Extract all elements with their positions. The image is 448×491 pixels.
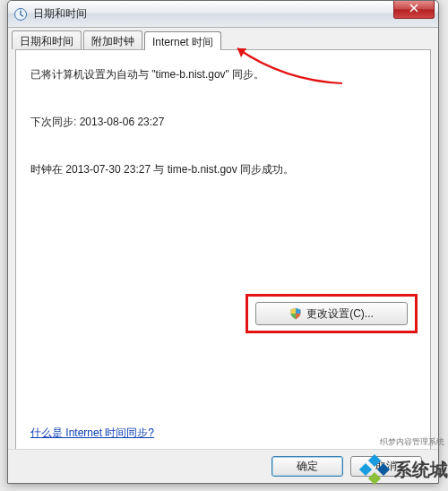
tabstrip: 日期和时间 附加时钟 Internet 时间	[12, 30, 223, 49]
cancel-button[interactable]: 取消	[350, 456, 422, 477]
change-settings-label: 更改设置(C)...	[306, 306, 374, 322]
date-time-dialog: 日期和时间 日期和时间 附加时钟 Internet 时间 已将计算机设置为自动与…	[7, 0, 439, 484]
tab-label: Internet 时间	[152, 36, 213, 48]
window-controls	[393, 1, 438, 19]
tab-label: 附加时钟	[91, 35, 134, 47]
tab-label: 日期和时间	[20, 35, 73, 47]
titlebar[interactable]: 日期和时间	[8, 1, 438, 28]
tab-additional-clocks[interactable]: 附加时钟	[83, 30, 142, 49]
window-title: 日期和时间	[33, 6, 87, 22]
tab-date-time[interactable]: 日期和时间	[12, 30, 82, 49]
next-sync-text: 下次同步: 2013-08-06 23:27	[30, 114, 416, 131]
tab-container: 日期和时间 附加时钟 Internet 时间 已将计算机设置为自动与 "time…	[8, 49, 438, 454]
close-button[interactable]	[393, 1, 435, 19]
clock-icon	[13, 7, 28, 22]
ok-button[interactable]: 确定	[271, 456, 343, 477]
panel-content: 已将计算机设置为自动与 "time-b.nist.gov" 同步。 下次同步: …	[16, 50, 430, 195]
tab-panel-internet-time: 已将计算机设置为自动与 "time-b.nist.gov" 同步。 下次同步: …	[15, 49, 431, 454]
last-sync-status-text: 时钟在 2013-07-30 23:27 与 time-b.nist.gov 同…	[30, 161, 416, 178]
annotation-highlight-box: 更改设置(C)...	[246, 294, 418, 333]
tab-internet-time[interactable]: Internet 时间	[144, 31, 221, 50]
dialog-footer: 确定 取消	[8, 449, 438, 483]
change-settings-button[interactable]: 更改设置(C)...	[255, 302, 408, 325]
uac-shield-icon	[289, 307, 302, 320]
sync-config-text: 已将计算机设置为自动与 "time-b.nist.gov" 同步。	[30, 66, 416, 83]
watermark-subtext: 织梦内容管理系统	[380, 436, 444, 448]
help-link-internet-time[interactable]: 什么是 Internet 时间同步?	[30, 426, 154, 441]
